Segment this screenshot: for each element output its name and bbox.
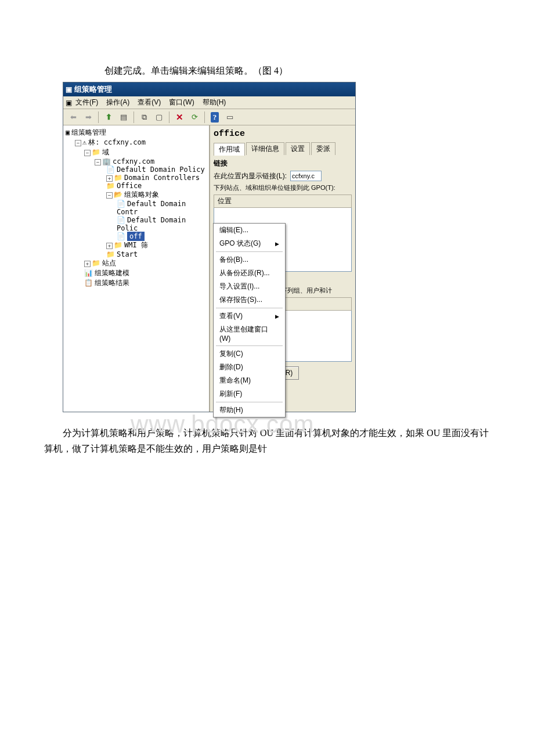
- gpo-icon: 📄: [117, 232, 125, 240]
- tree-gpo-objects[interactable]: −📂组策略对象: [64, 190, 208, 200]
- show-links-input[interactable]: [290, 171, 322, 181]
- submenu-arrow-icon: ▶: [275, 241, 279, 247]
- tree-starter-gpo[interactable]: 📁Start: [64, 250, 208, 258]
- expand-icon[interactable]: +: [106, 243, 113, 249]
- title-bar: ▣ 组策略管理: [63, 82, 355, 96]
- context-restore-label: 从备份还原(R)...: [219, 268, 270, 278]
- menu-file[interactable]: 文件(F): [75, 98, 98, 107]
- tree-ddc-label: Default Domain Contr: [117, 200, 186, 216]
- copy-button[interactable]: ⧉: [138, 111, 150, 124]
- tree-dc-label: Domain Controllers: [124, 174, 200, 182]
- body-paragraph: 分为计算机策略和用户策略，计算机策略只针对 OU 里面有计算机对象的才能生效，如…: [44, 425, 490, 456]
- context-new-window[interactable]: 从这里创建窗口(W): [214, 323, 285, 344]
- tree-domain[interactable]: −🏢ccfxny.com: [64, 157, 208, 165]
- menu-help[interactable]: 帮助(H): [203, 98, 226, 107]
- context-backup-label: 备份(B)...: [219, 255, 248, 265]
- expand-icon[interactable]: +: [106, 175, 113, 182]
- up-button[interactable]: ⬆: [102, 111, 115, 124]
- window-button[interactable]: ▭: [223, 111, 236, 124]
- context-import-label: 导入设置(I)...: [219, 282, 259, 291]
- context-save-report[interactable]: 保存报告(S)...: [214, 293, 285, 307]
- domains-icon: 📁: [92, 148, 100, 156]
- show-hide-button[interactable]: ▤: [117, 111, 130, 124]
- paste-button[interactable]: ▢: [153, 111, 165, 124]
- context-import[interactable]: 导入设置(I)...: [214, 280, 285, 293]
- details-heading: office: [214, 129, 352, 139]
- tree-office-gpo[interactable]: 📄off: [64, 232, 208, 240]
- tree-wmi-label: WMI 筛: [124, 241, 148, 249]
- tree-default-domain-contr[interactable]: 📄Default Domain Contr: [64, 200, 208, 216]
- console-tree[interactable]: ▣组策略管理 −⚠林: ccfxny.com −📁域 −🏢ccfxny.com …: [64, 128, 208, 288]
- context-edit[interactable]: 编辑(E)...: [214, 224, 285, 237]
- context-copy-label: 复制(C): [219, 349, 243, 359]
- tree-domain-label: ccfxny.com: [113, 157, 154, 165]
- tree-root[interactable]: ▣组策略管理: [64, 128, 208, 138]
- toolbar: ⬅ ➡ ⬆ ▤ ⧉ ▢ ✕ ⟳ ? ▭: [63, 109, 355, 125]
- menu-bar: ▣ 文件(F) 操作(A) 查看(V) 窗口(W) 帮助(H): [63, 96, 355, 109]
- help-button[interactable]: ?: [208, 111, 221, 124]
- context-rename[interactable]: 重命名(M): [214, 374, 285, 387]
- collapse-icon[interactable]: −: [75, 140, 81, 146]
- context-restore[interactable]: 从备份还原(R)...: [214, 267, 285, 280]
- copy-icon: ⧉: [142, 113, 147, 122]
- context-copy[interactable]: 复制(C): [214, 347, 285, 361]
- collapse-icon[interactable]: −: [84, 150, 91, 156]
- tab-scope[interactable]: 作用域: [214, 143, 245, 156]
- tree-sites-label: 站点: [102, 259, 116, 267]
- collapse-icon[interactable]: −: [106, 192, 113, 199]
- tree-modeling[interactable]: 📊组策略建模: [64, 268, 208, 278]
- context-help[interactable]: 帮助(H): [214, 404, 285, 417]
- domain-icon: 🏢: [102, 157, 111, 165]
- tree-start-label: Start: [117, 250, 138, 258]
- tab-row: 作用域 详细信息 设置 委派: [214, 142, 352, 155]
- tab-details[interactable]: 详细信息: [246, 142, 284, 155]
- context-delete[interactable]: 删除(D): [214, 361, 285, 374]
- context-separator: [216, 402, 283, 402]
- forest-icon: ⚠: [82, 138, 86, 146]
- context-view[interactable]: 查看(V)▶: [214, 309, 285, 323]
- tree-domains-label: 域: [102, 148, 109, 156]
- panel-icon: ▤: [120, 113, 127, 122]
- gpo-icon: 📄: [117, 216, 125, 224]
- paste-icon: ▢: [156, 113, 163, 122]
- location-column-header[interactable]: 位置: [214, 195, 352, 208]
- context-refresh[interactable]: 刷新(F): [214, 387, 285, 401]
- tab-settings[interactable]: 设置: [286, 142, 310, 155]
- context-separator: [216, 308, 283, 308]
- linked-locations-label: 下列站点、域和组织单位链接到此 GPO(T):: [214, 183, 352, 192]
- tree-domain-controllers[interactable]: +📁Domain Controllers: [64, 174, 208, 182]
- wmi-icon: 📁: [114, 241, 122, 249]
- context-gpostatus-label: GPO 状态(G): [219, 239, 261, 249]
- tree-office-ou[interactable]: 📁Office: [64, 182, 208, 190]
- context-gpo-status[interactable]: GPO 状态(G)▶: [214, 237, 285, 250]
- collapse-icon[interactable]: −: [95, 159, 101, 165]
- tree-wmi-filters[interactable]: +📁WMI 筛: [64, 240, 208, 250]
- tree-forest[interactable]: −⚠林: ccfxny.com: [64, 138, 208, 147]
- tree-domains[interactable]: −📁域: [64, 147, 208, 157]
- forward-button[interactable]: ➡: [82, 111, 95, 124]
- context-backup[interactable]: 备份(B)...: [214, 253, 285, 267]
- context-delete-label: 删除(D): [219, 362, 243, 372]
- tab-delegation[interactable]: 委派: [311, 142, 335, 155]
- ou-icon: 📁: [114, 174, 122, 182]
- delete-button[interactable]: ✕: [173, 111, 186, 124]
- tree-sites[interactable]: +📁站点: [64, 258, 208, 268]
- gpo-icon: 📄: [117, 200, 125, 208]
- sites-icon: 📁: [92, 259, 100, 267]
- menu-action[interactable]: 操作(A): [106, 98, 129, 107]
- expand-icon[interactable]: +: [84, 261, 91, 267]
- menu-view[interactable]: 查看(V): [138, 98, 161, 107]
- tree-office-label: Office: [117, 182, 142, 190]
- submenu-arrow-icon: ▶: [275, 314, 279, 319]
- tree-gpoobj-label: 组策略对象: [124, 190, 159, 199]
- gpo-link-icon: 📄: [106, 165, 115, 174]
- tree-default-domain-policy[interactable]: 📄Default Domain Policy: [64, 165, 208, 174]
- window-title: 组策略管理: [74, 84, 112, 95]
- menu-window[interactable]: 窗口(W): [169, 98, 194, 107]
- back-button[interactable]: ⬅: [67, 111, 80, 124]
- context-separator: [216, 345, 283, 346]
- tree-default-domain-polic[interactable]: 📄Default Domain Polic: [64, 216, 208, 232]
- refresh-button[interactable]: ⟳: [188, 111, 201, 124]
- show-links-label: 在此位置内显示链接(L):: [214, 171, 287, 181]
- tree-results[interactable]: 📋组策略结果: [64, 278, 208, 288]
